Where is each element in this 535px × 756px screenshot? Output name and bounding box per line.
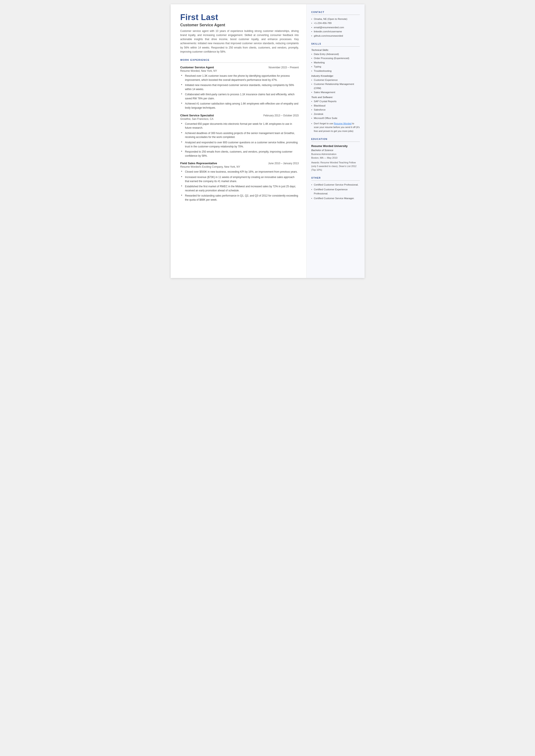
work-entry-3-dates: June 2010 – January 2013 <box>268 162 299 165</box>
skill-item: Blackbaud <box>311 104 360 107</box>
bullet-item: Collaborated with third-party carriers t… <box>181 93 299 100</box>
technical-skills-label: Technical Skills: <box>311 49 360 51</box>
skill-item: Data Entry (Advanced) <box>311 52 360 56</box>
work-entry-2: Client Service Specialist February 2013 … <box>180 114 299 158</box>
work-entry-1-company: Resume Worded, New York, NY <box>180 70 299 72</box>
work-entry-3-bullets: Closed over $500K in new business, excee… <box>180 170 299 202</box>
right-column: CONTACT Omaha, NE (Open to Remote) +1-23… <box>306 4 365 278</box>
skill-item: Order Processing (Experienced) <box>311 56 360 60</box>
other-list: Certified Customer Service Professional.… <box>311 183 360 200</box>
technical-skills-list: Data Entry (Advanced) Order Processing (… <box>311 52 360 73</box>
skills-section: SKILLS Technical Skills: Data Entry (Adv… <box>311 42 360 133</box>
skills-header: SKILLS <box>311 42 360 45</box>
contact-item: linkedin.com/in/username <box>311 30 360 33</box>
edu-field: Business Administration <box>311 153 360 156</box>
work-entry-3-company: Resume Worded's Exciting Company, New Yo… <box>180 165 299 168</box>
work-entry-2-title: Client Service Specialist <box>180 114 214 117</box>
edu-degree: Bachelor of Science <box>311 149 360 153</box>
work-experience-header: WORK EXPERIENCE <box>180 59 299 61</box>
other-section: OTHER Certified Customer Service Profess… <box>311 177 360 200</box>
promo-text: Don't forget to use Resume Worded to sca… <box>311 122 360 133</box>
name-title-block: First Last Customer Service Agent <box>180 13 299 27</box>
left-column: First Last Customer Service Agent Custom… <box>171 4 306 278</box>
edu-school: Resume Worded University <box>311 144 360 148</box>
work-entry-1-header: Customer Service Agent November 2015 – P… <box>180 66 299 69</box>
work-entry-3-header: Field Sales Representative June 2010 – J… <box>180 162 299 165</box>
work-entry-2-dates: February 2013 – October 2015 <box>263 114 299 117</box>
work-entry-3-title: Field Sales Representative <box>180 162 217 165</box>
contact-item: email@resumeworded.com <box>311 25 360 29</box>
bullet-item: Initiated new measures that improved cus… <box>181 83 299 91</box>
education-section: EDUCATION Resume Worded University Bache… <box>311 138 360 172</box>
bullet-item: Analyzed and responded to over 800 custo… <box>181 141 299 149</box>
edu-awards: Awards: Resume Worded Teaching Fellow (o… <box>311 161 360 172</box>
bullet-item: Responded to 250 emails from clients, cu… <box>181 150 299 158</box>
other-item: Certified Customer Experience Profession… <box>311 187 360 195</box>
other-item: Certified Customer Service Professional. <box>311 183 360 187</box>
work-entry-3: Field Sales Representative June 2010 – J… <box>180 162 299 202</box>
summary-text: Customer service agent with 10 years of … <box>180 29 299 54</box>
skill-item: Salesforce <box>311 108 360 112</box>
tools-software-list: SAP Crystal Reports Blackbaud Salesforce… <box>311 99 360 120</box>
bullet-item: Closed over $500K in new business, excee… <box>181 170 299 174</box>
skill-item: Customer Experience <box>311 78 360 82</box>
bullet-item: Converted 650 paper documents into elect… <box>181 122 299 130</box>
contact-header: CONTACT <box>311 11 360 14</box>
tools-software-label: Tools and Software: <box>311 96 360 98</box>
work-entry-2-header: Client Service Specialist February 2013 … <box>180 114 299 117</box>
skill-item: Sales Management <box>311 90 360 94</box>
bullet-item: Achieved #1 customer satisfaction rating… <box>181 102 299 110</box>
other-item: Certified Customer Service Manager. <box>311 196 360 200</box>
contact-item: +1-234-456-789 <box>311 21 360 25</box>
contact-list: Omaha, NE (Open to Remote) +1-234-456-78… <box>311 17 360 38</box>
resume-page: First Last Customer Service Agent Custom… <box>171 4 365 278</box>
other-header: OTHER <box>311 177 360 179</box>
job-title: Customer Service Agent <box>180 23 299 27</box>
contact-divider <box>311 14 360 15</box>
bullet-item: Established the first market of RWEC in … <box>181 184 299 192</box>
work-entry-2-company: Growthsi, San Francisco, CA <box>180 118 299 121</box>
bullet-item: Resolved over 1.3K customer issues over … <box>181 74 299 82</box>
promo-text-before: Don't forget to use <box>314 122 334 125</box>
industry-knowledge-label: Industry Knowledge: <box>311 74 360 77</box>
work-entry-1-title: Customer Service Agent <box>180 66 214 69</box>
skill-item: Typing <box>311 65 360 69</box>
contact-section: CONTACT Omaha, NE (Open to Remote) +1-23… <box>311 11 360 38</box>
skill-item: Marketing <box>311 61 360 65</box>
work-entry-2-bullets: Converted 650 paper documents into elect… <box>180 122 299 158</box>
contact-item: Omaha, NE (Open to Remote) <box>311 17 360 21</box>
bullet-item: Achieved deadlines of 300 hours assistin… <box>181 131 299 139</box>
work-entry-1: Customer Service Agent November 2015 – P… <box>180 66 299 110</box>
skill-item: SAP Crystal Reports <box>311 99 360 103</box>
contact-item: github.com/resumeworded <box>311 34 360 38</box>
promo-link[interactable]: Resume Worded <box>334 122 352 125</box>
education-entry: Resume Worded University Bachelor of Sci… <box>311 144 360 172</box>
education-header: EDUCATION <box>311 138 360 140</box>
skill-item: Zendesk <box>311 112 360 116</box>
skill-item: Customer Relationship Management (CRM) <box>311 82 360 90</box>
industry-knowledge-list: Customer Experience Customer Relationshi… <box>311 78 360 95</box>
work-entry-1-dates: November 2015 – Present <box>268 66 299 69</box>
work-entry-1-bullets: Resolved over 1.3K customer issues over … <box>180 74 299 110</box>
bullet-item: Increased revenue ($73K) in 11 weeks of … <box>181 175 299 183</box>
edu-location-date: Boston, MA — May 2010 <box>311 156 360 160</box>
full-name: First Last <box>180 13 299 22</box>
bullet-item: Rewarded for outstanding sales performan… <box>181 194 299 202</box>
skill-item: Microsoft Office Suite <box>311 116 360 120</box>
skill-item: Troubleshooting <box>311 69 360 73</box>
